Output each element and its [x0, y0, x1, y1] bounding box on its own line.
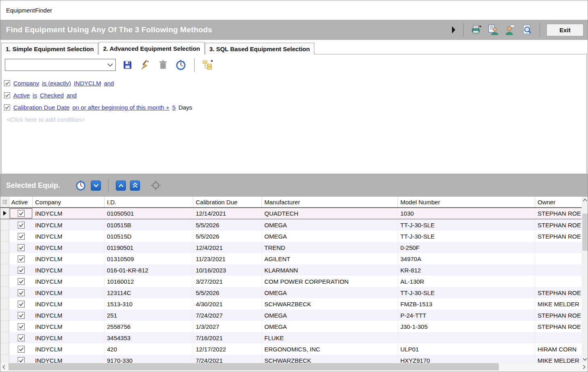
field-tree-icon[interactable]: [202, 59, 214, 71]
vertical-scroll-thumb[interactable]: [582, 214, 588, 251]
column-header-id[interactable]: I.D.: [105, 197, 193, 207]
collapse-handle-icon[interactable]: [451, 25, 457, 35]
model-number-cell: TT-J-30-SLE: [398, 287, 535, 298]
tab-2[interactable]: 2. Advanced Equipment Selection: [98, 42, 204, 54]
row-selector-cell[interactable]: [0, 276, 9, 287]
row-selector-cell[interactable]: [0, 321, 9, 332]
move-down-button[interactable]: [91, 181, 101, 191]
stopwatch-icon[interactable]: [75, 179, 87, 191]
table-row[interactable]: INDYCLM0119050112/4/2021TREND0-250F: [0, 242, 582, 253]
condition-link[interactable]: and: [104, 80, 114, 87]
row-selector-cell[interactable]: [0, 253, 9, 264]
table-row[interactable]: INDYCLM010515D5/5/2026OMEGATT-J-30-SLEST…: [0, 231, 582, 242]
condition-checkbox[interactable]: [4, 80, 10, 86]
active-checkbox[interactable]: [18, 244, 25, 251]
column-header-calibration-due[interactable]: Calibration Due: [193, 197, 262, 207]
delete-trash-icon[interactable]: [157, 59, 169, 71]
condition-link[interactable]: on or after beginning of this month +: [72, 104, 169, 111]
table-row[interactable]: INDYCLM34543537/16/2021FLUKE: [0, 332, 582, 343]
active-checkbox[interactable]: [18, 357, 25, 363]
stopwatch-icon[interactable]: [175, 59, 187, 71]
scroll-down-icon[interactable]: [582, 356, 588, 363]
row-selector-cell[interactable]: [0, 208, 9, 219]
row-selector-cell[interactable]: [0, 332, 9, 343]
company-cell: INDYCLM: [33, 208, 105, 219]
row-selector-cell[interactable]: [0, 287, 9, 298]
table-row[interactable]: INDYCLM42012/17/2022ERGONOMICS, INCULP01…: [0, 343, 582, 355]
id-cell: 123114C: [105, 287, 193, 298]
horizontal-scrollbar[interactable]: [0, 363, 588, 371]
column-header-model-number[interactable]: Model Number: [398, 197, 535, 207]
table-row[interactable]: INDYCLM2517/24/2027OMEGAP-24-TTTSTEPHAN …: [0, 310, 582, 321]
active-checkbox[interactable]: [18, 278, 25, 285]
vertical-scrollbar[interactable]: [582, 197, 588, 363]
user-comment-icon[interactable]: [504, 24, 516, 36]
exit-button[interactable]: Exit: [546, 24, 584, 36]
condition-link[interactable]: Checked: [40, 92, 64, 99]
active-checkbox[interactable]: [18, 312, 25, 319]
active-checkbox[interactable]: [18, 346, 25, 353]
save-icon[interactable]: [121, 59, 134, 71]
active-checkbox[interactable]: [18, 335, 25, 341]
horizontal-scroll-thumb[interactable]: [8, 363, 499, 370]
scroll-left-icon[interactable]: [0, 364, 7, 370]
table-row[interactable]: INDYCLM0131050911/23/2021AGILENT34970A: [0, 253, 582, 264]
condition-link[interactable]: Calibration Due Date: [13, 104, 69, 111]
tab-3[interactable]: 3. SQL Based Equipment Selection: [205, 43, 314, 54]
preview-search-icon[interactable]: [521, 24, 533, 36]
table-row[interactable]: INDYCLM0105050112/14/2021QUADTECH1030STE…: [0, 208, 582, 219]
report-user-icon[interactable]: [487, 24, 499, 36]
condition-link[interactable]: is (exactly): [42, 80, 71, 87]
active-checkbox[interactable]: [18, 289, 25, 296]
column-header-active[interactable]: Active: [9, 197, 33, 207]
row-selector-cell[interactable]: [0, 355, 9, 363]
row-selector-cell[interactable]: [0, 310, 9, 321]
table-row[interactable]: INDYCLM010515B5/5/2026OMEGATT-J-30-SLEST…: [0, 219, 582, 231]
table-row[interactable]: INDYCLM1513-3104/30/2021SCHWARZBECKFMZB-…: [0, 298, 582, 310]
tab-1[interactable]: 1. Simple Equipment Selection: [1, 43, 98, 54]
locate-icon[interactable]: [150, 179, 162, 191]
condition-checkbox[interactable]: [4, 92, 10, 98]
condition-link[interactable]: INDYCLM: [74, 80, 101, 87]
row-selector-cell[interactable]: [0, 264, 9, 276]
active-checkbox[interactable]: [18, 233, 25, 240]
table-row[interactable]: INDYCLM9170-3307/24/2021SCHWARZBECKHXYZ9…: [0, 355, 582, 363]
saved-filter-combobox[interactable]: [5, 59, 116, 71]
active-checkbox[interactable]: [18, 256, 25, 262]
row-selector-cell[interactable]: [0, 298, 9, 310]
row-selector-cell[interactable]: [0, 242, 9, 253]
condition-checkbox[interactable]: [4, 104, 10, 110]
row-selector-cell[interactable]: [0, 219, 9, 231]
active-checkbox[interactable]: [18, 323, 25, 330]
active-checkbox[interactable]: [18, 301, 25, 308]
column-header-manufacturer[interactable]: Manufacturer: [262, 197, 398, 207]
condition-link[interactable]: is: [33, 92, 37, 99]
active-checkbox[interactable]: [18, 222, 25, 229]
active-checkbox[interactable]: [18, 267, 25, 274]
scroll-right-icon[interactable]: [581, 364, 588, 370]
clear-broom-icon[interactable]: [139, 59, 151, 71]
print-icon[interactable]: [470, 24, 482, 36]
condition-link[interactable]: and: [67, 92, 77, 99]
column-header-company[interactable]: Company: [33, 197, 105, 207]
row-selector-cell[interactable]: [0, 231, 9, 242]
move-top-button[interactable]: [130, 181, 140, 191]
advanced-filter-panel: Companyis (exactly)INDYCLMandActiveisChe…: [1, 54, 587, 174]
column-header-owner[interactable]: Owner: [535, 197, 582, 207]
scroll-up-icon[interactable]: [582, 197, 588, 204]
row-selector-cell[interactable]: [0, 343, 9, 355]
table-row[interactable]: INDYCLM123114C5/5/2026OMEGATT-J-30-SLEST…: [0, 287, 582, 298]
active-checkbox[interactable]: [18, 210, 25, 217]
column-chooser-icon[interactable]: [0, 197, 9, 207]
condition-link[interactable]: Active: [13, 92, 30, 99]
current-row-arrow-icon: [3, 211, 6, 216]
owner-cell: [535, 242, 582, 253]
condition-link[interactable]: Company: [13, 80, 39, 87]
table-row[interactable]: INDYCLM101600123/27/2021COM POWER CORPER…: [0, 276, 582, 287]
move-up-button[interactable]: [116, 181, 126, 191]
condition-link[interactable]: 5: [172, 104, 176, 111]
add-condition-hint[interactable]: <Click here to add condition>: [4, 113, 586, 125]
table-row[interactable]: INDYCLM016-01-KR-81210/16/2023KLARMANNKR…: [0, 264, 582, 276]
grid-header: Active Company I.D. Calibration Due Manu…: [0, 197, 582, 208]
table-row[interactable]: INDYCLM25587561/3/2027OMEGAJ30-1-305STEP…: [0, 321, 582, 332]
